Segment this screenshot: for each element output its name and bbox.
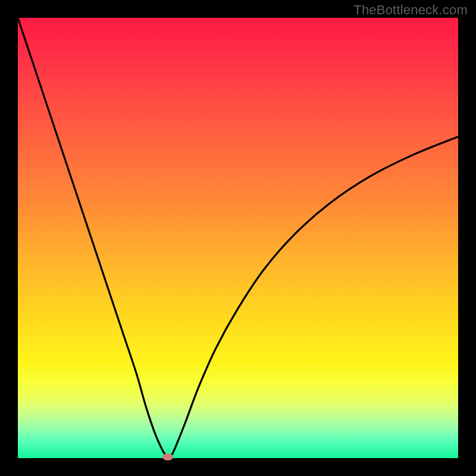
plot-area	[18, 18, 458, 458]
optimum-marker	[162, 453, 173, 461]
watermark-text: TheBottleneck.com	[353, 2, 468, 18]
chart-frame: TheBottleneck.com	[0, 0, 476, 476]
curve-svg	[18, 18, 458, 458]
bottleneck-curve	[18, 18, 458, 457]
